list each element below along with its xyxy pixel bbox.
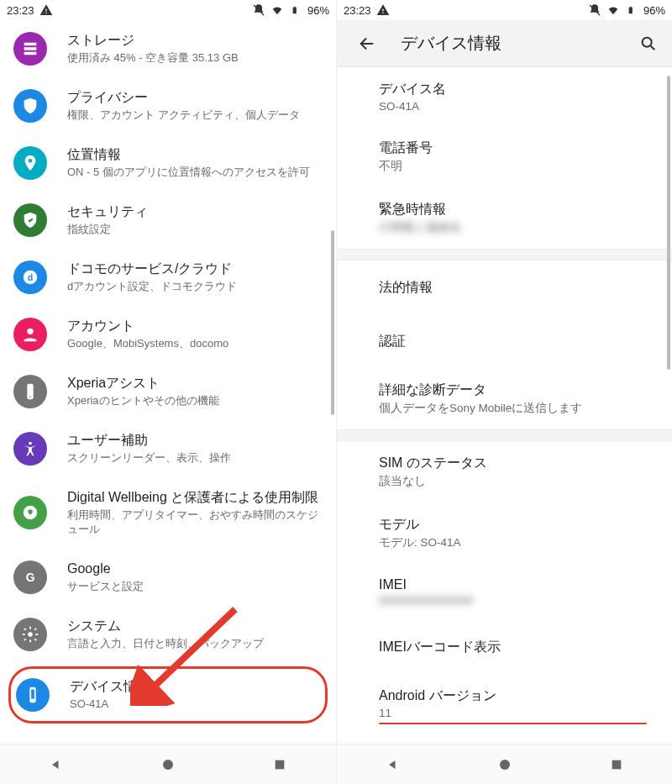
detail-row[interactable]: モデルモデル: SO-41A (337, 502, 672, 564)
detail-sub: SO-41A (379, 100, 657, 113)
account-icon (13, 318, 47, 351)
wifi-icon (606, 3, 620, 17)
svg-point-7 (27, 329, 33, 334)
nav-back[interactable] (368, 748, 418, 781)
row-title: ドコモのサービス/クラウド (67, 260, 321, 278)
settings-row-system[interactable]: システム言語と入力、日付と時刻、バックアップ (0, 606, 336, 663)
svg-rect-22 (612, 760, 621, 769)
nav-home[interactable] (143, 748, 193, 781)
svg-point-20 (643, 37, 652, 46)
detail-title: IMEI (379, 577, 657, 592)
settings-row-google[interactable]: GGoogleサービスと設定 (0, 549, 336, 606)
settings-row-storage[interactable]: ストレージ使用済み 45% - 空き容量 35.13 GB (0, 20, 336, 77)
row-title: 位置情報 (67, 146, 321, 164)
detail-row[interactable]: IMEIバーコード表示 (337, 620, 672, 674)
annotation-underline (379, 723, 647, 724)
detail-sub: 000000000000000 (379, 594, 657, 607)
settings-list[interactable]: ストレージ使用済み 45% - 空き容量 35.13 GBプライバシー権限、アカ… (0, 20, 336, 744)
svg-point-4 (29, 159, 33, 163)
detail-row[interactable]: 法的情報 (337, 260, 672, 314)
scrollbar[interactable] (667, 76, 670, 370)
row-subtitle: SO-41A (70, 697, 318, 712)
status-battery: 96% (307, 4, 329, 17)
detail-row[interactable]: IMEI000000000000000 (337, 564, 672, 620)
battery-icon (289, 3, 302, 17)
settings-row-wellbeing[interactable]: Digital Wellbeing と保護者による使用制限利用時間、アプリタイマ… (0, 477, 336, 549)
detail-sub: 個人データをSony Mobileに送信します (379, 401, 657, 416)
mute-icon (588, 3, 601, 17)
settings-row-location[interactable]: 位置情報ON - 5 個のアプリに位置情報へのアクセスを許可 (0, 134, 336, 192)
nav-back[interactable] (31, 748, 81, 781)
row-title: Digital Wellbeing と保護者による使用制限 (67, 489, 321, 507)
status-battery: 96% (643, 4, 665, 17)
detail-title: 緊急時情報 (379, 201, 657, 218)
location-icon (13, 146, 47, 180)
row-title: デバイス情報 (70, 678, 318, 696)
settings-row-account[interactable]: アカウントGoogle、MobiSystems、docomo (0, 306, 336, 363)
detail-row[interactable]: 電話番号不明 (337, 126, 672, 187)
screen-device-info: 23:23 96% デバイス情報 デバイス名SO-41A電話番号不明緊急時情報の… (336, 0, 672, 784)
settings-row-device[interactable]: デバイス情報SO-41A (8, 666, 328, 723)
settings-row-xperia[interactable]: XperiaアシストXperiaのヒントやその他の機能 (0, 363, 336, 420)
settings-row-security[interactable]: セキュリティ指紋設定 (0, 192, 336, 249)
row-subtitle: サービスと設定 (67, 580, 321, 594)
svg-point-2 (26, 48, 28, 50)
storage-icon (13, 32, 47, 66)
detail-title: 詳細な診断データ (379, 381, 657, 399)
row-title: ストレージ (67, 32, 321, 50)
nav-recent[interactable] (255, 748, 305, 781)
xperia-icon (13, 375, 47, 408)
wifi-icon (270, 3, 284, 17)
row-subtitle: Xperiaのヒントやその他の機能 (67, 394, 321, 408)
row-title: Google (67, 560, 321, 578)
detail-title: SIM のステータス (379, 455, 657, 472)
detail-row[interactable]: デバイス名SO-41A (337, 67, 672, 126)
nav-bar (0, 744, 336, 784)
row-subtitle: dアカウント設定、ドコモクラウド (67, 280, 321, 294)
svg-point-3 (26, 53, 28, 55)
wellbeing-icon (13, 496, 47, 529)
google-icon: G (13, 560, 47, 594)
detail-sub: 該当なし (379, 474, 657, 489)
row-subtitle: 権限、アカウント アクティビティ、個人データ (67, 108, 321, 123)
svg-point-21 (500, 760, 510, 770)
detail-row[interactable]: 緊急時情報の情報と連絡先 (337, 187, 672, 249)
nav-recent[interactable] (591, 748, 642, 781)
scrollbar[interactable] (331, 230, 334, 415)
security-icon (13, 203, 47, 237)
back-button[interactable] (350, 27, 384, 61)
row-subtitle: 使用済み 45% - 空き容量 35.13 GB (67, 51, 321, 66)
row-subtitle: 言語と入力、日付と時刻、バックアップ (67, 637, 321, 651)
section-divider (337, 249, 672, 260)
detail-title: 電話番号 (379, 139, 657, 157)
device-info-list[interactable]: デバイス名SO-41A電話番号不明緊急時情報の情報と連絡先法的情報認証詳細な診断… (337, 67, 672, 744)
settings-row-a11y[interactable]: ユーザー補助スクリーンリーダー、表示、操作 (0, 420, 336, 477)
detail-title: Android バージョン (379, 687, 657, 705)
settings-row-docomo[interactable]: dドコモのサービス/クラウドdアカウント設定、ドコモクラウド (0, 249, 336, 306)
status-time: 23:23 (7, 4, 34, 17)
detail-title: 認証 (379, 333, 657, 350)
row-title: セキュリティ (67, 203, 321, 221)
detail-title: IMEIバーコード表示 (379, 639, 657, 656)
detail-sub: 不明 (379, 159, 657, 174)
svg-text:G: G (26, 571, 35, 583)
svg-point-9 (29, 397, 31, 398)
svg-point-17 (163, 760, 173, 770)
status-bar: 23:23 96% (337, 0, 672, 20)
warning-icon (376, 3, 390, 17)
svg-point-1 (26, 44, 28, 45)
detail-row[interactable]: 認証 (337, 314, 672, 368)
detail-title: デバイス名 (379, 81, 657, 98)
privacy-icon (13, 89, 47, 123)
row-subtitle: Google、MobiSystems、docomo (67, 337, 321, 351)
row-title: システム (67, 618, 321, 635)
nav-home[interactable] (480, 748, 530, 781)
detail-row[interactable]: 電池性能表示内蔵電池の性能を表示する (337, 733, 672, 744)
detail-row[interactable]: Android バージョン11 (337, 674, 672, 733)
app-bar: デバイス情報 (337, 20, 672, 67)
detail-row[interactable]: 詳細な診断データ個人データをSony Mobileに送信します (337, 368, 672, 429)
nav-bar (337, 744, 672, 784)
search-button[interactable] (632, 27, 665, 61)
settings-row-privacy[interactable]: プライバシー権限、アカウント アクティビティ、個人データ (0, 77, 336, 134)
detail-row[interactable]: SIM のステータス該当なし (337, 441, 672, 502)
